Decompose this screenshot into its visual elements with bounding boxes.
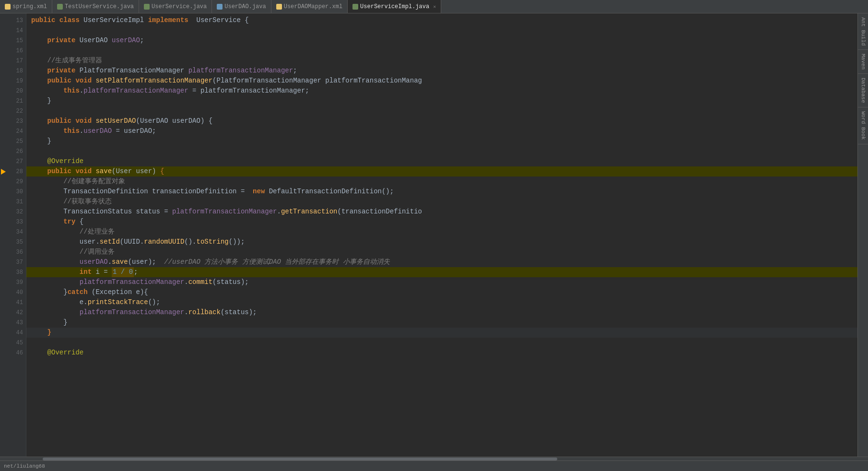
line-45: 45 xyxy=(0,338,26,348)
horizontal-scrollbar[interactable] xyxy=(0,457,868,460)
line-15: 15 xyxy=(0,35,26,46)
line-25: 25 xyxy=(0,136,26,146)
code-line-37: userDAO.save(user); //userDAO 方法小事务 方便测试… xyxy=(26,257,857,267)
code-line-19: public void setPlatformTransactionManage… xyxy=(26,76,857,86)
line-30: 30 xyxy=(0,187,26,197)
tab-user-dao-mapper[interactable]: UserDAOMapper.xml xyxy=(271,0,348,13)
line-38: 38 xyxy=(0,267,26,277)
code-line-23: public void setUserDAO(UserDAO userDAO) … xyxy=(26,116,857,126)
code-line-28: public void save(User user) { xyxy=(26,166,857,177)
code-line-15: private UserDAO userDAO; xyxy=(26,35,857,46)
line-23: 23 xyxy=(0,116,26,126)
line-46: 46 xyxy=(0,348,26,358)
tab-label-user-dao-mapper: UserDAOMapper.xml xyxy=(284,3,342,10)
code-editor[interactable]: public class UserServiceImpl implements … xyxy=(26,13,857,457)
line-24: 24 xyxy=(0,126,26,136)
tab-label-test-user-service: TestUserService.java xyxy=(65,3,134,10)
tab-spring-xml[interactable]: spring.xml xyxy=(0,0,52,13)
tab-user-service[interactable]: UserService.java xyxy=(139,0,212,13)
tab-bar: spring.xml TestUserService.java UserServ… xyxy=(0,0,868,13)
code-line-34: //处理业务 xyxy=(26,227,857,237)
tab-label-spring-xml: spring.xml xyxy=(12,3,47,10)
code-line-26 xyxy=(26,146,857,156)
code-line-22 xyxy=(26,106,857,116)
code-line-17: //生成事务管理器 xyxy=(26,56,857,66)
tab-icon-user-service-impl xyxy=(352,4,358,10)
breakpoint-arrow-28 xyxy=(1,169,6,175)
code-line-21: } xyxy=(26,96,857,106)
line-39: 39 xyxy=(0,277,26,287)
line-17: 17 xyxy=(0,56,26,66)
line-26: 26 xyxy=(0,146,26,156)
tab-icon-test-user-service xyxy=(57,4,63,10)
line-37: 37 xyxy=(0,257,26,267)
line-33: 33 xyxy=(0,217,26,227)
horizontal-scrollbar-thumb[interactable] xyxy=(43,458,557,460)
right-panel: Ant Build Maven Database Word Book xyxy=(857,13,868,457)
line-35: 35 xyxy=(0,237,26,247)
right-tab-ant-build[interactable]: Ant Build xyxy=(858,13,868,50)
tab-label-user-dao: UserDAO.java xyxy=(224,3,266,10)
code-line-25: } xyxy=(26,136,857,146)
line-42: 42 xyxy=(0,307,26,318)
line-19: 19 xyxy=(0,76,26,86)
code-line-43: } xyxy=(26,318,857,328)
line-18: 18 xyxy=(0,66,26,76)
tab-label-user-service-impl: UserServiceImpl.java xyxy=(360,3,429,10)
line-20: 20 xyxy=(0,86,26,96)
right-tab-database[interactable]: Database xyxy=(858,74,868,107)
tab-test-user-service[interactable]: TestUserService.java xyxy=(52,0,139,13)
tab-user-dao[interactable]: UserDAO.java xyxy=(212,0,271,13)
code-line-14 xyxy=(26,25,857,35)
main-area: 13 14 15 16 17 18 19 20 21 22 23 24 25 2… xyxy=(0,13,868,457)
code-line-38: int i = 1 / 0; xyxy=(26,267,857,277)
code-line-42: platformTransactionManager.rollback(stat… xyxy=(26,307,857,318)
code-line-20: this.platformTransactionManager = platfo… xyxy=(26,86,857,96)
line-29: 29 xyxy=(0,177,26,187)
code-line-33: try { xyxy=(26,217,857,227)
code-line-16 xyxy=(26,46,857,56)
line-14: 14 xyxy=(0,25,26,35)
code-line-35: user.setId(UUID.randomUUID().toString())… xyxy=(26,237,857,247)
code-line-39: platformTransactionManager.commit(status… xyxy=(26,277,857,287)
code-line-32: TransactionStatus status = platformTrans… xyxy=(26,207,857,217)
line-22: 22 xyxy=(0,106,26,116)
line-32: 32 xyxy=(0,207,26,217)
line-16: 16 xyxy=(0,46,26,56)
tab-label-user-service: UserService.java xyxy=(152,3,207,10)
code-line-46: @Override xyxy=(26,348,857,358)
line-41: 41 xyxy=(0,297,26,307)
code-line-41: e.printStackTrace(); xyxy=(26,297,857,307)
code-line-29: //创建事务配置对象 xyxy=(26,177,857,187)
code-line-31: //获取事务状态 xyxy=(26,197,857,207)
tab-close-user-service-impl[interactable]: ✕ xyxy=(433,4,436,10)
code-line-44: } xyxy=(26,328,857,338)
tab-icon-user-dao-mapper xyxy=(276,4,282,10)
status-bar: net/liulang68 xyxy=(0,460,868,471)
right-tab-maven[interactable]: Maven xyxy=(858,50,868,74)
line-36: 36 xyxy=(0,247,26,257)
line-27: 27 xyxy=(0,156,26,166)
tab-icon-user-dao xyxy=(217,4,223,10)
code-line-13: public class UserServiceImpl implements … xyxy=(26,15,857,25)
code-line-27: @Override xyxy=(26,156,857,166)
line-43: 43 xyxy=(0,318,26,328)
code-line-18: private PlatformTransactionManager platf… xyxy=(26,66,857,76)
tab-icon-spring-xml xyxy=(5,4,11,10)
code-line-45 xyxy=(26,338,857,348)
line-number-gutter: 13 14 15 16 17 18 19 20 21 22 23 24 25 2… xyxy=(0,13,26,457)
line-28: 28 xyxy=(0,166,26,177)
line-44: 44 xyxy=(0,328,26,338)
status-path: net/liulang68 xyxy=(4,463,45,469)
tab-user-service-impl[interactable]: UserServiceImpl.java ✕ xyxy=(348,0,441,13)
line-31: 31 xyxy=(0,197,26,207)
line-21: 21 xyxy=(0,96,26,106)
code-line-40: }catch (Exception e){ xyxy=(26,287,857,297)
line-13: 13 xyxy=(0,15,26,25)
tab-icon-user-service xyxy=(144,4,150,10)
line-40: 40 xyxy=(0,287,26,297)
code-line-24: this.userDAO = userDAO; xyxy=(26,126,857,136)
code-line-30: TransactionDefinition transactionDefinit… xyxy=(26,187,857,197)
right-tab-word-book[interactable]: Word Book xyxy=(858,107,868,144)
code-line-36: //调用业务 xyxy=(26,247,857,257)
